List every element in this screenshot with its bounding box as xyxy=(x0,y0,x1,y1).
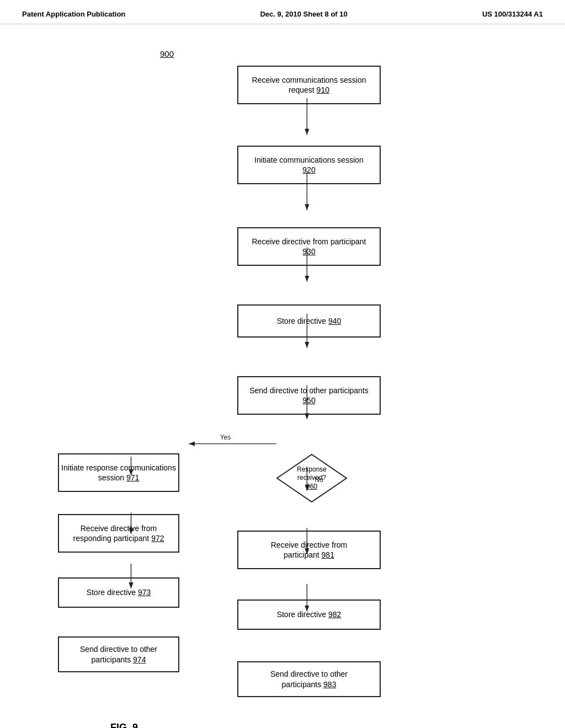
diagram-area: 900 Receive communications sessionreques… xyxy=(0,24,565,697)
box-972: Receive directive fromresponding partici… xyxy=(58,514,179,553)
box-971: Initiate response communicationssession … xyxy=(58,453,179,492)
page-header: Patent Application Publication Dec. 9, 2… xyxy=(0,0,565,24)
figure-label: FIG. 9 xyxy=(110,722,138,728)
header-middle: Dec. 9, 2010 Sheet 8 of 10 xyxy=(260,10,347,18)
box-930: Receive directive from participant930 xyxy=(237,227,381,266)
box-981: Receive directive fromparticipant 981 xyxy=(237,531,381,569)
box-974: Send directive to otherparticipants 974 xyxy=(58,636,179,672)
box-983: Send directive to otherparticipants 983 xyxy=(237,661,381,697)
header-left: Patent Application Publication xyxy=(22,10,125,18)
box-982: Store directive 982 xyxy=(237,599,381,630)
box-950: Send directive to other participants950 xyxy=(237,376,381,415)
header-right: US 100/313244 A1 xyxy=(482,10,543,18)
box-920: Initiate communications session920 xyxy=(237,146,381,184)
svg-text:Yes: Yes xyxy=(220,433,231,441)
box-973: Store directive 973 xyxy=(58,577,179,608)
diamond-960: Responsereceived?960 xyxy=(276,453,348,503)
box-910: Receive communications sessionrequest 91… xyxy=(237,66,381,104)
box-940: Store directive 940 xyxy=(237,304,381,338)
diagram-label-900: 900 xyxy=(160,49,174,58)
